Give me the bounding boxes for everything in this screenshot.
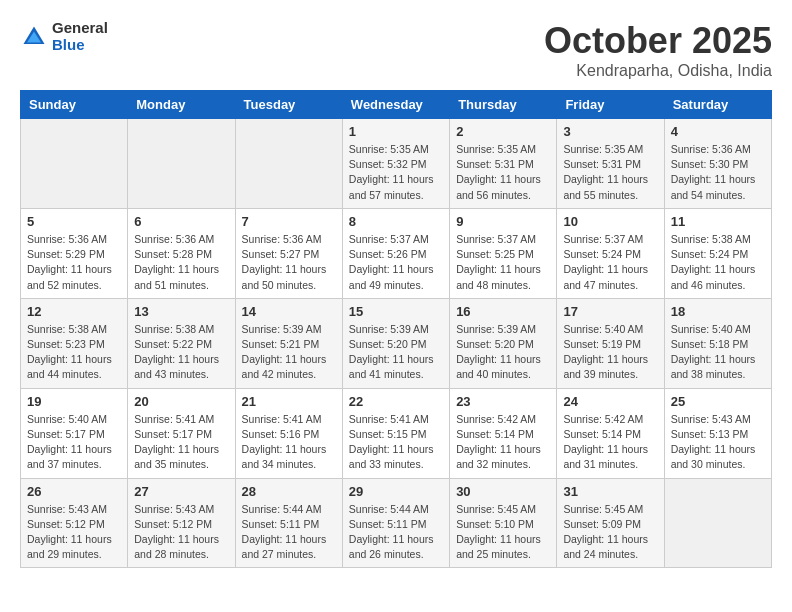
day-info: Sunrise: 5:43 AMSunset: 5:13 PMDaylight:… — [671, 412, 765, 473]
calendar-cell — [235, 119, 342, 209]
day-info: Sunrise: 5:38 AMSunset: 5:22 PMDaylight:… — [134, 322, 228, 383]
calendar-cell: 5Sunrise: 5:36 AMSunset: 5:29 PMDaylight… — [21, 208, 128, 298]
header-day-saturday: Saturday — [664, 91, 771, 119]
calendar-table: SundayMondayTuesdayWednesdayThursdayFrid… — [20, 90, 772, 568]
day-number: 13 — [134, 304, 228, 319]
day-info: Sunrise: 5:43 AMSunset: 5:12 PMDaylight:… — [27, 502, 121, 563]
page-header: General Blue October 2025 Kendraparha, O… — [20, 20, 772, 80]
calendar-cell: 31Sunrise: 5:45 AMSunset: 5:09 PMDayligh… — [557, 478, 664, 568]
day-info: Sunrise: 5:43 AMSunset: 5:12 PMDaylight:… — [134, 502, 228, 563]
calendar-cell: 6Sunrise: 5:36 AMSunset: 5:28 PMDaylight… — [128, 208, 235, 298]
calendar-cell: 29Sunrise: 5:44 AMSunset: 5:11 PMDayligh… — [342, 478, 449, 568]
day-number: 24 — [563, 394, 657, 409]
header-day-wednesday: Wednesday — [342, 91, 449, 119]
day-info: Sunrise: 5:39 AMSunset: 5:20 PMDaylight:… — [349, 322, 443, 383]
day-number: 27 — [134, 484, 228, 499]
day-info: Sunrise: 5:44 AMSunset: 5:11 PMDaylight:… — [242, 502, 336, 563]
calendar-cell: 15Sunrise: 5:39 AMSunset: 5:20 PMDayligh… — [342, 298, 449, 388]
calendar-header: SundayMondayTuesdayWednesdayThursdayFrid… — [21, 91, 772, 119]
day-info: Sunrise: 5:41 AMSunset: 5:17 PMDaylight:… — [134, 412, 228, 473]
calendar-cell: 27Sunrise: 5:43 AMSunset: 5:12 PMDayligh… — [128, 478, 235, 568]
day-info: Sunrise: 5:41 AMSunset: 5:16 PMDaylight:… — [242, 412, 336, 473]
day-info: Sunrise: 5:39 AMSunset: 5:20 PMDaylight:… — [456, 322, 550, 383]
day-number: 2 — [456, 124, 550, 139]
day-info: Sunrise: 5:40 AMSunset: 5:17 PMDaylight:… — [27, 412, 121, 473]
day-number: 9 — [456, 214, 550, 229]
header-day-monday: Monday — [128, 91, 235, 119]
calendar-cell — [21, 119, 128, 209]
calendar-cell: 7Sunrise: 5:36 AMSunset: 5:27 PMDaylight… — [235, 208, 342, 298]
day-number: 21 — [242, 394, 336, 409]
day-number: 15 — [349, 304, 443, 319]
calendar-cell: 2Sunrise: 5:35 AMSunset: 5:31 PMDaylight… — [450, 119, 557, 209]
calendar-cell: 4Sunrise: 5:36 AMSunset: 5:30 PMDaylight… — [664, 119, 771, 209]
calendar-cell: 9Sunrise: 5:37 AMSunset: 5:25 PMDaylight… — [450, 208, 557, 298]
calendar-body: 1Sunrise: 5:35 AMSunset: 5:32 PMDaylight… — [21, 119, 772, 568]
header-day-friday: Friday — [557, 91, 664, 119]
day-number: 31 — [563, 484, 657, 499]
calendar-cell: 10Sunrise: 5:37 AMSunset: 5:24 PMDayligh… — [557, 208, 664, 298]
calendar-cell: 18Sunrise: 5:40 AMSunset: 5:18 PMDayligh… — [664, 298, 771, 388]
calendar-cell: 24Sunrise: 5:42 AMSunset: 5:14 PMDayligh… — [557, 388, 664, 478]
logo-text: General Blue — [52, 20, 108, 53]
day-number: 29 — [349, 484, 443, 499]
day-number: 1 — [349, 124, 443, 139]
calendar-cell: 23Sunrise: 5:42 AMSunset: 5:14 PMDayligh… — [450, 388, 557, 478]
header-day-tuesday: Tuesday — [235, 91, 342, 119]
calendar-cell: 25Sunrise: 5:43 AMSunset: 5:13 PMDayligh… — [664, 388, 771, 478]
calendar-cell: 30Sunrise: 5:45 AMSunset: 5:10 PMDayligh… — [450, 478, 557, 568]
day-number: 19 — [27, 394, 121, 409]
day-info: Sunrise: 5:44 AMSunset: 5:11 PMDaylight:… — [349, 502, 443, 563]
logo-general-text: General — [52, 20, 108, 37]
day-number: 3 — [563, 124, 657, 139]
week-row-5: 26Sunrise: 5:43 AMSunset: 5:12 PMDayligh… — [21, 478, 772, 568]
day-number: 30 — [456, 484, 550, 499]
day-number: 17 — [563, 304, 657, 319]
calendar-cell: 3Sunrise: 5:35 AMSunset: 5:31 PMDaylight… — [557, 119, 664, 209]
week-row-4: 19Sunrise: 5:40 AMSunset: 5:17 PMDayligh… — [21, 388, 772, 478]
logo-icon — [20, 23, 48, 51]
day-number: 6 — [134, 214, 228, 229]
week-row-2: 5Sunrise: 5:36 AMSunset: 5:29 PMDaylight… — [21, 208, 772, 298]
day-info: Sunrise: 5:36 AMSunset: 5:30 PMDaylight:… — [671, 142, 765, 203]
day-number: 11 — [671, 214, 765, 229]
day-info: Sunrise: 5:40 AMSunset: 5:19 PMDaylight:… — [563, 322, 657, 383]
day-number: 22 — [349, 394, 443, 409]
calendar-cell: 1Sunrise: 5:35 AMSunset: 5:32 PMDaylight… — [342, 119, 449, 209]
location-text: Kendraparha, Odisha, India — [544, 62, 772, 80]
day-number: 23 — [456, 394, 550, 409]
day-info: Sunrise: 5:38 AMSunset: 5:23 PMDaylight:… — [27, 322, 121, 383]
logo-blue-text: Blue — [52, 37, 108, 54]
day-number: 28 — [242, 484, 336, 499]
day-info: Sunrise: 5:37 AMSunset: 5:25 PMDaylight:… — [456, 232, 550, 293]
calendar-cell: 17Sunrise: 5:40 AMSunset: 5:19 PMDayligh… — [557, 298, 664, 388]
day-info: Sunrise: 5:35 AMSunset: 5:32 PMDaylight:… — [349, 142, 443, 203]
week-row-1: 1Sunrise: 5:35 AMSunset: 5:32 PMDaylight… — [21, 119, 772, 209]
day-info: Sunrise: 5:37 AMSunset: 5:24 PMDaylight:… — [563, 232, 657, 293]
calendar-cell: 12Sunrise: 5:38 AMSunset: 5:23 PMDayligh… — [21, 298, 128, 388]
month-title: October 2025 — [544, 20, 772, 62]
calendar-cell: 13Sunrise: 5:38 AMSunset: 5:22 PMDayligh… — [128, 298, 235, 388]
week-row-3: 12Sunrise: 5:38 AMSunset: 5:23 PMDayligh… — [21, 298, 772, 388]
calendar-cell: 8Sunrise: 5:37 AMSunset: 5:26 PMDaylight… — [342, 208, 449, 298]
header-row: SundayMondayTuesdayWednesdayThursdayFrid… — [21, 91, 772, 119]
logo: General Blue — [20, 20, 108, 53]
day-info: Sunrise: 5:36 AMSunset: 5:27 PMDaylight:… — [242, 232, 336, 293]
calendar-cell — [664, 478, 771, 568]
day-number: 5 — [27, 214, 121, 229]
calendar-cell: 21Sunrise: 5:41 AMSunset: 5:16 PMDayligh… — [235, 388, 342, 478]
day-number: 4 — [671, 124, 765, 139]
calendar-cell: 28Sunrise: 5:44 AMSunset: 5:11 PMDayligh… — [235, 478, 342, 568]
day-info: Sunrise: 5:41 AMSunset: 5:15 PMDaylight:… — [349, 412, 443, 473]
calendar-cell: 20Sunrise: 5:41 AMSunset: 5:17 PMDayligh… — [128, 388, 235, 478]
calendar-cell: 14Sunrise: 5:39 AMSunset: 5:21 PMDayligh… — [235, 298, 342, 388]
calendar-cell: 26Sunrise: 5:43 AMSunset: 5:12 PMDayligh… — [21, 478, 128, 568]
day-info: Sunrise: 5:40 AMSunset: 5:18 PMDaylight:… — [671, 322, 765, 383]
calendar-cell: 11Sunrise: 5:38 AMSunset: 5:24 PMDayligh… — [664, 208, 771, 298]
day-info: Sunrise: 5:35 AMSunset: 5:31 PMDaylight:… — [563, 142, 657, 203]
day-number: 25 — [671, 394, 765, 409]
day-number: 8 — [349, 214, 443, 229]
day-info: Sunrise: 5:45 AMSunset: 5:09 PMDaylight:… — [563, 502, 657, 563]
day-number: 26 — [27, 484, 121, 499]
day-number: 16 — [456, 304, 550, 319]
